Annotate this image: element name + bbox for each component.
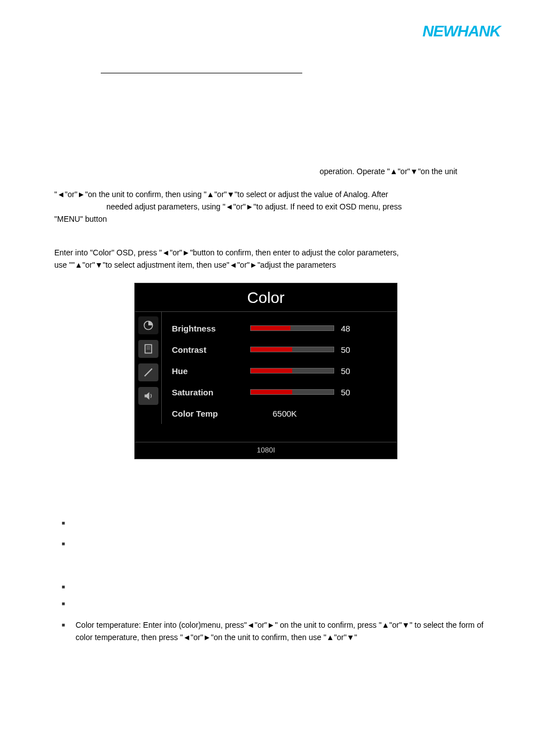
osd-icon-column: [135, 312, 162, 424]
osd-label: Brightness: [172, 324, 250, 333]
osd-colortemp-value: 6500K: [273, 409, 297, 418]
osd-row-brightness[interactable]: Brightness 48: [172, 318, 387, 339]
document-icon[interactable]: [138, 340, 158, 358]
brand-logo: NEWHANK: [423, 22, 500, 40]
osd-row-saturation[interactable]: Saturation 50: [172, 381, 387, 403]
speaker-icon[interactable]: [138, 387, 158, 405]
osd-label: Contrast: [172, 345, 250, 354]
osd-rows: Brightness 48 Contrast 50 Hue 50 Saturat…: [162, 312, 397, 424]
osd-slider[interactable]: [250, 347, 334, 352]
osd-slider[interactable]: [250, 325, 334, 331]
osd-value: 50: [341, 366, 358, 376]
paragraph-menu-button: "MENU" button: [54, 213, 491, 225]
osd-panel: Color Brightness 48 Contrast: [134, 283, 397, 459]
osd-value: 50: [341, 388, 358, 397]
bullet-marker: ■: [62, 622, 65, 628]
osd-title: Color: [135, 283, 397, 312]
osd-slider[interactable]: [250, 389, 334, 395]
paragraph-confirm: "◄"or"►"on the unit to confirm, then usi…: [54, 188, 491, 200]
osd-value: 48: [341, 324, 358, 333]
brand-logo-text: NEWHANK: [423, 22, 500, 40]
paragraph-color-osd-2: use ""▲"or"▼"to select adjustment item, …: [54, 259, 491, 271]
bullet-marker: ■: [62, 540, 65, 547]
osd-label: Color Temp: [172, 409, 250, 418]
osd-body: Brightness 48 Contrast 50 Hue 50 Saturat…: [135, 312, 397, 424]
osd-row-hue[interactable]: Hue 50: [172, 360, 387, 381]
bullet-text-colortemp: Color temperature: Enter into (color)men…: [76, 619, 490, 644]
paragraph-adjust: needed adjust parameters, using "◄"or"►"…: [106, 200, 487, 213]
osd-row-colortemp[interactable]: Color Temp 6500K: [172, 403, 387, 424]
bullet-marker: ■: [62, 600, 65, 606]
paragraph-operation: operation. Operate "▲"or"▼"on the unit: [54, 165, 480, 178]
color-icon[interactable]: [138, 316, 158, 334]
osd-label: Hue: [172, 366, 250, 376]
bullet-marker: ■: [62, 584, 65, 590]
osd-slider[interactable]: [250, 368, 334, 374]
osd-label: Saturation: [172, 388, 250, 397]
osd-row-contrast[interactable]: Contrast 50: [172, 339, 387, 360]
tools-icon[interactable]: [138, 363, 158, 381]
horizontal-rule: [101, 73, 302, 73]
paragraph-color-osd-1: Enter into "Color" OSD, press "◄"or"►"bu…: [54, 246, 491, 259]
osd-footer: 1080I: [135, 442, 397, 454]
osd-value: 50: [341, 345, 358, 354]
bullet-marker: ■: [62, 520, 65, 526]
